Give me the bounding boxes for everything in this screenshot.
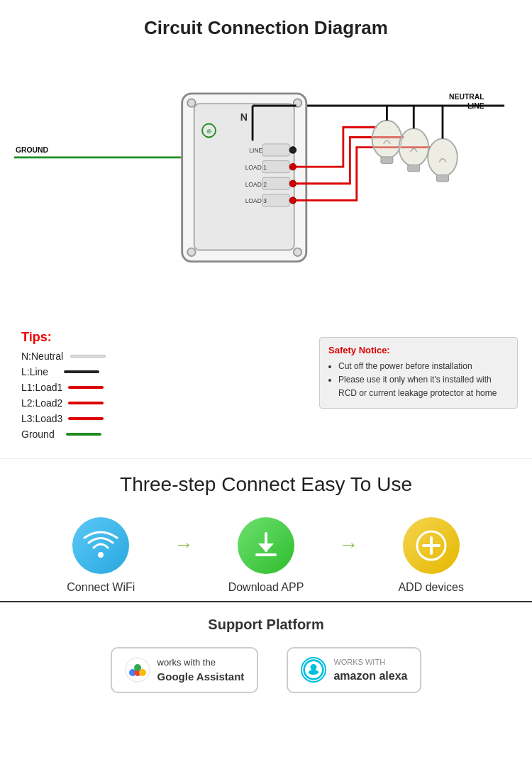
svg-rect-26 xyxy=(262,194,289,206)
svg-rect-39 xyxy=(255,553,277,556)
three-step-section: Three-step Connect Easy To Use Connect W… xyxy=(0,458,532,601)
step-wifi: Connect WiFi xyxy=(35,517,167,594)
wire-load3-sample xyxy=(68,417,104,420)
google-badge-text: works with the Google Assistant xyxy=(157,656,245,684)
step-download-label: Download APP xyxy=(228,581,304,594)
svg-rect-20 xyxy=(262,161,289,173)
alexa-icon xyxy=(301,657,326,683)
svg-text:N: N xyxy=(240,111,248,123)
svg-point-47 xyxy=(309,670,318,675)
svg-point-25 xyxy=(289,180,296,187)
safety-item-1: Cut off the power before installation xyxy=(338,360,509,373)
alexa-ring-icon xyxy=(302,657,325,683)
svg-point-31 xyxy=(399,128,428,166)
svg-rect-30 xyxy=(381,157,393,163)
safety-item-2: Please use it only when it's installed w… xyxy=(338,373,509,400)
alexa-badge-text: WORKS WITH amazon alexa xyxy=(333,656,407,685)
three-step-title: Three-step Connect Easy To Use xyxy=(14,473,518,496)
support-title: Support Platform xyxy=(14,617,518,633)
wifi-icon xyxy=(83,528,118,563)
svg-point-22 xyxy=(289,163,296,170)
svg-text:LOAD 3: LOAD 3 xyxy=(245,197,267,204)
svg-point-28 xyxy=(289,197,296,204)
page-title: Circuit Connection Diagram xyxy=(0,0,532,46)
svg-rect-32 xyxy=(408,165,420,171)
add-icon-circle xyxy=(403,517,460,574)
svg-point-33 xyxy=(428,138,458,176)
svg-text:⊕: ⊕ xyxy=(206,127,212,135)
download-icon xyxy=(248,528,284,563)
circuit-diagram-section: NEUTRAL LINE GROUND N ⊕ xyxy=(0,46,532,323)
alexa-badge: WORKS WITH amazon alexa xyxy=(287,647,421,693)
svg-text:LINE: LINE xyxy=(249,147,262,154)
google-assistant-badge: works with the Google Assistant xyxy=(111,647,259,693)
wire-neutral-sample xyxy=(70,355,106,358)
svg-text:LOAD 1: LOAD 1 xyxy=(245,164,267,171)
svg-point-10 xyxy=(187,248,195,256)
safety-notice: Safety Notice: Cut off the power before … xyxy=(319,337,518,409)
svg-point-48 xyxy=(311,664,317,670)
wire-load2-sample xyxy=(68,402,104,404)
wire-line-sample xyxy=(64,370,99,373)
wire-ground-sample xyxy=(66,433,101,436)
svg-point-45 xyxy=(134,664,141,671)
svg-point-8 xyxy=(187,99,195,107)
step-add: ADD devices xyxy=(365,517,497,594)
svg-rect-23 xyxy=(262,177,289,189)
svg-rect-34 xyxy=(436,175,448,181)
svg-point-38 xyxy=(98,552,104,558)
arrow-1: → xyxy=(167,534,201,556)
safety-title: Safety Notice: xyxy=(328,345,509,355)
step-wifi-label: Connect WiFi xyxy=(67,581,135,594)
tip-load3: L3:Load3 xyxy=(21,413,518,424)
badges-row: works with the Google Assistant WORKS WI… xyxy=(14,647,518,693)
step-download: Download APP xyxy=(201,517,332,594)
svg-point-11 xyxy=(294,248,301,256)
diagram-area: NEUTRAL LINE GROUND N ⊕ xyxy=(14,53,518,309)
svg-text:NEUTRAL: NEUTRAL xyxy=(449,93,484,101)
svg-rect-7 xyxy=(194,104,294,250)
svg-text:GROUND: GROUND xyxy=(16,146,49,154)
svg-point-19 xyxy=(289,147,296,153)
google-assistant-icon xyxy=(125,657,150,683)
step-add-label: ADD devices xyxy=(398,581,463,594)
svg-rect-17 xyxy=(262,144,289,156)
svg-text:LINE: LINE xyxy=(467,102,484,110)
wifi-icon-circle xyxy=(72,517,129,574)
svg-point-29 xyxy=(372,121,402,158)
download-icon-circle xyxy=(238,517,294,574)
support-section: Support Platform works with the Google A… xyxy=(0,601,532,714)
wire-load1-sample xyxy=(68,386,104,389)
add-icon xyxy=(414,528,449,563)
tips-and-safety-section: Tips: N:Neutral L:Line L1:Load1 L2:Load2 xyxy=(0,323,532,458)
tip-ground: Ground xyxy=(21,429,518,440)
safety-list: Cut off the power before installation Pl… xyxy=(328,360,509,401)
arrow-2: → xyxy=(331,534,365,556)
svg-text:LOAD 2: LOAD 2 xyxy=(245,181,267,188)
steps-row: Connect WiFi → Download APP → xyxy=(14,517,518,594)
circuit-svg: NEUTRAL LINE GROUND N ⊕ xyxy=(14,53,518,309)
